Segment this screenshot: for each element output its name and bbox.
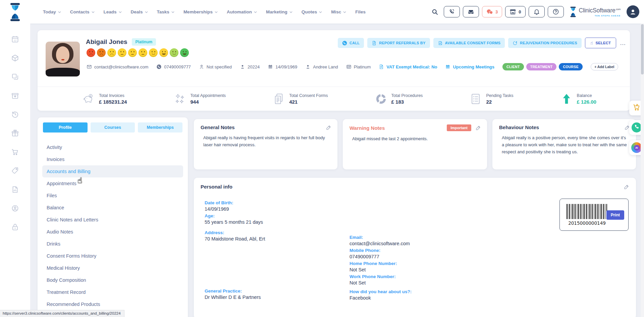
price-tag-icon[interactable] [11,167,19,175]
nav-item-memberships[interactable]: Memberships [183,9,218,14]
menu-item-clinic-notes-and-letters[interactable]: Clinic Notes and Letters [42,214,183,226]
clinicsoftware-brand[interactable]: ClinicSoftware.com TEN STEPS AHEAD [569,7,621,17]
menu-item-invoices[interactable]: Invoices [42,153,183,165]
mood-emoji-2[interactable] [97,48,106,57]
nav-item-label: Automation [227,9,252,14]
warning-notes-card: Warning Notes Important Abigail missed t… [343,119,487,169]
mood-emoji-9[interactable] [170,48,178,57]
print-barcode-button[interactable]: Print [606,210,624,220]
tab-profile[interactable]: Profile [43,122,88,133]
store-button[interactable]: 0 [505,6,525,17]
products-cube-icon[interactable] [11,54,19,62]
menu-item-balance[interactable]: Balance [42,202,183,214]
menu-item-drinks[interactable]: Drinks [42,238,183,250]
nav-item-tasks[interactable]: Tasks [157,9,174,14]
id-card-icon [346,64,352,69]
notifications-button[interactable] [529,6,545,17]
edit-pencil-icon[interactable] [624,184,629,190]
consent-forms-button[interactable]: AVAILABLE CONSENT FORMS [433,38,505,48]
nav-item-quotes[interactable]: Quotes [302,9,322,14]
personal-info-field-work-phone-number: Work Phone Number:Not Set [350,274,625,285]
mood-emoji-1[interactable] [87,48,95,57]
help-button[interactable] [548,6,564,17]
stat-value: £ 183 [391,99,423,105]
mood-emoji-6[interactable] [139,48,147,57]
sparkles-icon [174,93,186,105]
upcoming-meetings-link[interactable]: Upcoming Meetings [445,64,494,69]
clinicsoftware-logo-icon[interactable] [8,3,22,21]
report-icon [372,41,377,46]
mood-emoji-7[interactable] [149,48,158,57]
chat-button[interactable]: 3 [482,6,502,17]
nav-item-files[interactable]: Files [355,9,366,14]
nav-item-today[interactable]: Today [43,9,61,14]
reports-document-icon[interactable] [11,186,19,194]
nav-item-contacts[interactable]: Contacts [70,9,95,14]
nav-item-leads[interactable]: Leads [104,9,122,14]
scrollbar-thumb[interactable] [641,24,644,74]
client-photo[interactable] [46,42,80,76]
shopping-cart-icon[interactable] [11,148,19,156]
user-session-icon[interactable] [11,204,19,212]
menu-item-files[interactable]: Files [42,190,183,202]
client-membership-text: Platinum [354,64,371,69]
user-avatar[interactable] [627,5,639,18]
mood-emoji-8[interactable] [159,48,168,57]
general-notes-text: Abigail really is having frequent visits… [194,130,337,149]
menu-item-accounts-and-billing[interactable]: Accounts and Billing [42,165,183,177]
vat-exempt-link[interactable]: VAT Exempt Medical: No [379,64,437,69]
rejuvenation-procedures-button[interactable]: REJUVENATION PROCEDURES [508,38,582,48]
field-label: Work Phone Number: [350,274,625,279]
mood-emoji-3[interactable] [107,48,116,57]
menu-item-recommended-products[interactable]: Recommended Products [42,298,183,310]
search-icon[interactable] [431,8,438,15]
client-membership: Platinum [346,64,371,69]
lock-icon[interactable] [11,223,19,231]
emoji-eyes [162,51,166,52]
history-icon[interactable] [11,110,19,118]
nav-item-automation[interactable]: Automation [227,9,257,14]
more-options-button[interactable]: ... [620,40,626,46]
menu-item-audio-notes[interactable]: Audio Notes [42,226,183,238]
menu-item-body-composition[interactable]: Body Composition [42,274,183,286]
mood-emoji-4[interactable] [118,48,126,57]
calendar-icon [268,64,273,69]
nav-item-deals[interactable]: Deals [131,9,148,14]
client-phone[interactable]: 07490009777 [156,64,191,69]
nav-item-marketing[interactable]: Marketing [266,9,292,14]
nav-item-label: Misc [331,9,341,14]
edit-pencil-icon[interactable] [476,125,481,130]
menu-item-medical-history[interactable]: Medical History [42,262,183,274]
client-email[interactable]: contact@clinicsoftware.com [87,64,148,69]
client-actions: CALL REPORT REFERRALS BY AVAILABLE CONSE… [338,38,626,48]
tab-memberships[interactable]: Memberships [138,122,182,133]
archive-download-icon[interactable] [11,92,19,100]
warning-notes-text: Abigail missed the last 2 appointments. [343,131,487,143]
select-button[interactable]: ☝SELECT [585,38,616,48]
gift-cards-icon[interactable] [11,129,19,137]
duplicates-icon[interactable] [11,73,19,81]
emoji-mouth [183,53,186,55]
mood-emoji-10[interactable] [180,48,189,57]
add-label-button[interactable]: + Add Label [591,63,618,70]
nav-item-misc[interactable]: Misc [331,9,346,14]
inbox-button[interactable] [463,6,479,17]
phone-call-button[interactable] [444,6,460,17]
behaviour-notes-card: Behaviour Notes Abigail really is a posi… [492,119,636,169]
personal-info-right-column: Email:contact@clinicsoftware.comMobile P… [350,235,625,302]
mood-emoji-5[interactable] [128,48,137,57]
menu-item-consent-forms-history[interactable]: Consent Forms History [42,250,183,262]
menu-item-activity[interactable]: Activity [42,141,183,153]
emoji-eyes [183,51,186,52]
edit-pencil-icon[interactable] [326,125,331,130]
menu-item-appointments[interactable]: Appointments [42,177,183,190]
calendar-date-icon[interactable]: 12 [11,35,19,43]
tab-courses[interactable]: Courses [91,122,135,133]
field-value: Facebook [350,295,625,301]
field-value: 70 Maidstone Road, Abl, Ert [205,236,350,242]
menu-item-treatment-record[interactable]: Treatment Record [42,286,183,298]
emoji-mouth [90,54,93,55]
stat-label: Pending Tasks [486,93,513,98]
report-referrals-button[interactable]: REPORT REFERRALS BY [367,38,430,48]
call-button[interactable]: CALL [338,38,364,48]
